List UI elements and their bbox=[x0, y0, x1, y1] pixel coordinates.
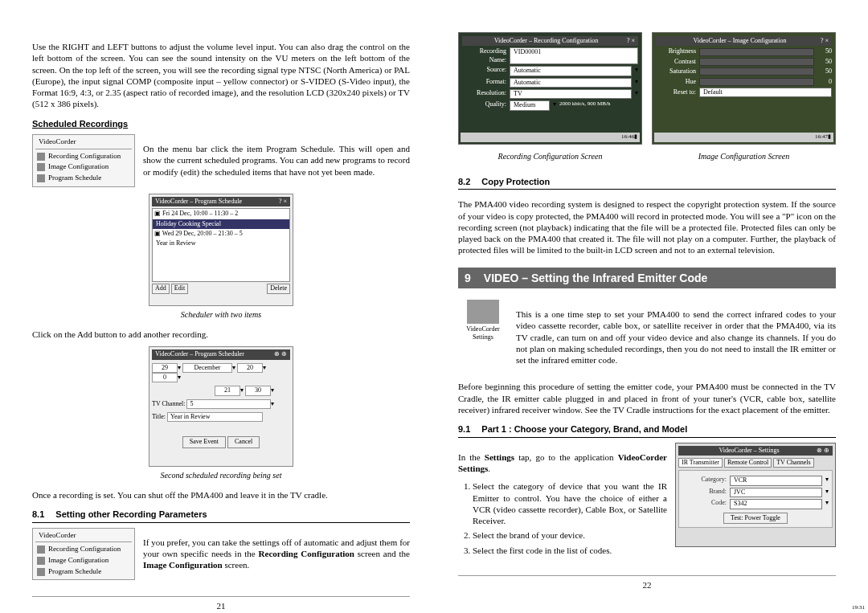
chapter-9-before: Before beginning this procedure of setti… bbox=[458, 381, 836, 415]
page-22: VideoCorder – Recording Configuration? ×… bbox=[458, 32, 836, 612]
recname-label: Recording Name: bbox=[462, 47, 506, 64]
section-8-1-block: VideoCorder Recording Configuration Imag… bbox=[32, 528, 410, 581]
videocorder-settings-icon: VideoCorder Settings bbox=[458, 300, 508, 342]
chapter-9-heading: 9 VIDEO – Setting the Infrared Emitter C… bbox=[458, 268, 836, 288]
recording-config-screen: VideoCorder – Recording Configuration? ×… bbox=[458, 32, 642, 145]
month-select[interactable]: December bbox=[182, 363, 232, 373]
image-config-screen: VideoCorder – Image Configuration? × Bri… bbox=[652, 32, 836, 145]
page-number-22: 22 bbox=[458, 575, 836, 591]
close-icon[interactable]: ? × bbox=[279, 198, 287, 206]
menu-image-config[interactable]: Image Configuration bbox=[35, 161, 132, 173]
tvchannel-select[interactable]: 5 bbox=[186, 399, 271, 409]
vc-settings-window: VideoCorder – Settings⊗ ⊕ IR Transmitter… bbox=[675, 443, 836, 547]
tab-tv-channels[interactable]: TV Channels bbox=[773, 458, 813, 468]
videocorder-menu-2: VideoCorder Recording Configuration Imag… bbox=[32, 528, 135, 581]
cancel-button[interactable]: Cancel bbox=[227, 436, 260, 447]
cassette-icon bbox=[467, 300, 499, 324]
search-icon bbox=[37, 153, 45, 161]
scheduler-caption: Scheduler with two items bbox=[32, 309, 410, 320]
program-scheduler-window: VideoCorder – Program Scheduler⊗ ⊕ 29▾ D… bbox=[149, 346, 293, 467]
scheduler-titlebar: VideoCorder – Program Schedule? × bbox=[152, 197, 290, 206]
category-select[interactable]: VCR bbox=[730, 476, 822, 485]
menu-program-schedule-2[interactable]: Program Schedule bbox=[35, 566, 132, 578]
section-9-1-heading: 9.1 Part 1 : Choose your Category, Brand… bbox=[458, 423, 836, 437]
save-event-button[interactable]: Save Event bbox=[182, 436, 226, 447]
format-select[interactable]: Automatic bbox=[510, 78, 632, 88]
menu-title: VideoCorder bbox=[39, 137, 76, 147]
close-icon[interactable]: ? × bbox=[821, 37, 829, 45]
ic-caption: Image Configuration Screen bbox=[652, 151, 836, 161]
once-set-paragraph: Once a recording is set. You can shut of… bbox=[32, 489, 410, 501]
brand-select[interactable]: JVC bbox=[730, 488, 822, 497]
search-icon bbox=[37, 546, 45, 554]
videocorder-menu: VideoCorder Recording Configuration Imag… bbox=[32, 134, 135, 187]
section-9-1-block: In the Settings tap, go to the applicati… bbox=[458, 443, 836, 559]
schedule-item-1-title: Holiday Cooking Special bbox=[153, 219, 289, 229]
intro-paragraph: Use the RIGHT and LEFT buttons to adjust… bbox=[32, 41, 410, 110]
menu-recording-config-2[interactable]: Recording Configuration bbox=[35, 544, 132, 555]
page-21: Use the RIGHT and LEFT buttons to adjust… bbox=[32, 32, 410, 612]
setup-steps-list: Select the category of device that you w… bbox=[458, 480, 667, 556]
contrast-slider[interactable] bbox=[699, 58, 814, 66]
config-screens-row: VideoCorder – Recording Configuration? ×… bbox=[458, 32, 836, 145]
program-caption: Second scheduled recording being set bbox=[32, 470, 410, 480]
section-8-1-para: If you prefer, you can take the settings… bbox=[143, 537, 410, 571]
tab-ir-transmitter[interactable]: IR Transmitter bbox=[678, 458, 723, 468]
schedule-item-2-title: Year in Review bbox=[153, 239, 289, 248]
chapter-9-intro-block: VideoCorder Settings This is a one time … bbox=[458, 300, 836, 372]
scheduled-recordings-heading: Scheduled Recordings bbox=[32, 118, 410, 129]
start-m[interactable]: 0 bbox=[152, 373, 178, 382]
resolution-select[interactable]: TV bbox=[510, 89, 632, 99]
statusbar: 16:47 ▮ bbox=[654, 133, 833, 142]
saturation-slider[interactable] bbox=[699, 67, 814, 76]
step-3: Select the first code in the list of cod… bbox=[473, 545, 667, 556]
delete-button[interactable]: Delete bbox=[267, 284, 290, 293]
recname-input[interactable]: VID00001 bbox=[510, 47, 638, 64]
copy-protection-para: The PMA400 video recording system is des… bbox=[458, 198, 836, 255]
tab-remote-control[interactable]: Remote Control bbox=[724, 458, 772, 468]
quality-select[interactable]: Medium bbox=[510, 100, 550, 110]
title-label: Title: bbox=[152, 413, 166, 420]
settings-nav-instruction: In the Settings tap, go to the applicati… bbox=[458, 452, 667, 475]
end-h[interactable]: 21 bbox=[215, 386, 240, 395]
program-scheduler-titlebar: VideoCorder – Program Scheduler⊗ ⊕ bbox=[152, 349, 290, 359]
close-icon[interactable]: ⊗ ⊕ bbox=[274, 350, 287, 358]
page-number-21: 21 bbox=[32, 596, 410, 611]
menu-recording-config[interactable]: Recording Configuration bbox=[35, 151, 132, 162]
step-2: Select the brand of your device. bbox=[473, 529, 667, 541]
schedule-item-1[interactable]: ▣ Fri 24 Dec, 10:00 – 11:30 – 2 bbox=[153, 209, 289, 219]
source-select[interactable]: Automatic bbox=[510, 66, 632, 76]
edit-button[interactable]: Edit bbox=[171, 284, 188, 293]
clock-icon bbox=[37, 568, 45, 576]
code-select[interactable]: S342 bbox=[730, 499, 822, 509]
menu-image-config-2[interactable]: Image Configuration bbox=[35, 555, 132, 566]
chapter-9-intro: This is a one time step to set your PMA4… bbox=[516, 309, 836, 366]
tvchannel-label: TV Channel: bbox=[152, 400, 185, 407]
add-button[interactable]: Add bbox=[152, 284, 170, 293]
reset-select[interactable]: Default bbox=[699, 88, 832, 97]
sliders-icon bbox=[37, 557, 45, 565]
close-icon[interactable]: ⊗ ⊕ bbox=[817, 447, 829, 455]
rc-caption: Recording Configuration Screen bbox=[458, 151, 642, 161]
schedule-item-2[interactable]: ▣ Wed 29 Dec, 20:00 – 21:30 – 5 bbox=[153, 229, 289, 239]
hue-slider[interactable] bbox=[699, 78, 814, 86]
day-select[interactable]: 29 bbox=[152, 363, 178, 373]
title-input[interactable]: Year in Review bbox=[167, 412, 263, 422]
brightness-slider[interactable] bbox=[699, 48, 814, 56]
menu-and-text-block: VideoCorder Recording Configuration Imag… bbox=[32, 134, 410, 187]
start-h[interactable]: 20 bbox=[237, 363, 263, 373]
sliders-icon bbox=[37, 163, 45, 171]
menu-program-schedule[interactable]: Program Schedule bbox=[35, 173, 132, 184]
statusbar: 16:46 ▮ bbox=[461, 133, 640, 142]
close-icon[interactable]: ? × bbox=[627, 37, 635, 45]
schedule-paragraph: On the menu bar click the item Program S… bbox=[143, 143, 410, 178]
step-1: Select the category of device that you w… bbox=[473, 480, 667, 526]
clock-icon bbox=[37, 174, 45, 182]
test-power-button[interactable]: Test: Power Toggle bbox=[723, 513, 788, 524]
page-spread: Use the RIGHT and LEFT buttons to adjust… bbox=[32, 32, 836, 612]
bitrate-label: 2000 kbit/s, 900 MB/h bbox=[559, 100, 610, 110]
add-instruction: Click on the Add button to add another r… bbox=[32, 329, 410, 340]
end-m[interactable]: 30 bbox=[245, 386, 271, 395]
section-8-1-heading: 8.1 Setting other Recording Parameters bbox=[32, 509, 410, 522]
scheduler-window: VideoCorder – Program Schedule? × ▣ Fri … bbox=[149, 194, 293, 306]
